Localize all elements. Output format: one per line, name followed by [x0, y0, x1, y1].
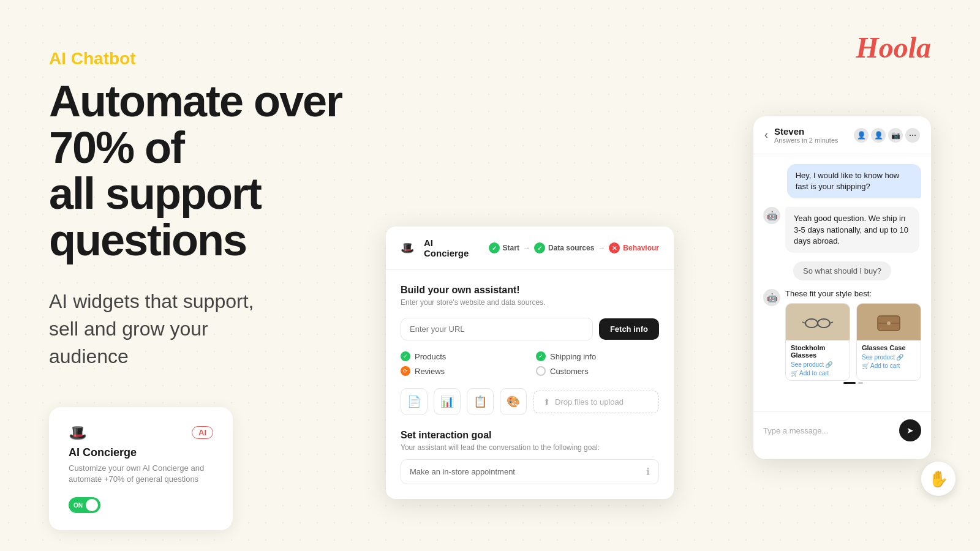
svg-point-9	[887, 321, 891, 325]
toggle-label: ON	[74, 502, 83, 509]
chat-header-info: Steven Answers in 2 minutes	[774, 126, 848, 144]
user-bubble-1: Hey, I would like to know how fast is yo…	[787, 164, 921, 198]
bot-avatar-2: 🤖	[763, 289, 780, 306]
interaction-subtitle: Your assistant will lead the conversatio…	[401, 443, 659, 452]
chat-status: Answers in 2 minutes	[774, 137, 848, 144]
step-start: ✓ Start	[489, 242, 519, 253]
product-info-1: Stockholm Glasses See product 🔗 🛒 Add to…	[786, 340, 850, 380]
check-shipping: ✓ Shipping info	[536, 351, 659, 361]
glasses-svg	[799, 304, 836, 340]
product-cart-1[interactable]: 🛒 Add to cart	[791, 370, 845, 377]
product-cart-2[interactable]: 🛒 Add to cart	[862, 362, 916, 369]
product-info-2: Glasses Case See product 🔗 🛒 Add to cart	[857, 340, 921, 373]
product-name-1: Stockholm Glasses	[791, 344, 845, 359]
goal-input-row[interactable]: Make an in-store appointment ℹ	[401, 459, 659, 484]
step-check-start: ✓	[489, 242, 500, 253]
ai-badge: AI	[192, 426, 213, 439]
products-intro: These fit your style best:	[785, 289, 921, 298]
left-content: AI Chatbot Automate over 70% of all supp…	[49, 49, 417, 530]
chat-icon-4[interactable]: ⋯	[905, 128, 920, 143]
widget-card: 🎩 AI AI Concierge Customize your own AI …	[49, 407, 233, 530]
product-link-1[interactable]: See product 🔗	[791, 361, 845, 368]
file-upload-row: 📄 📊 📋 🎨 ⬆ Drop files to upload	[401, 388, 659, 415]
indicator-inactive	[858, 382, 863, 384]
page-wrapper: Hoola AI Chatbot Automate over 70% of al…	[0, 0, 980, 551]
file-icon-4[interactable]: 🎨	[500, 388, 527, 415]
step-flow: ✓ Start → ✓ Data sources → ✕ Behaviour	[489, 242, 659, 253]
bot-bubble-row-2: 🤖 These fit your style best:	[763, 289, 921, 384]
case-svg	[870, 304, 907, 340]
back-button[interactable]: ‹	[764, 129, 768, 141]
toggle-wrap: ON	[69, 497, 213, 513]
goal-input-text: Make an in-store appointment	[410, 467, 646, 476]
check-icon-customers	[536, 366, 546, 376]
hat-icon: 🎩	[69, 424, 87, 441]
build-title: Build your own assistant!	[401, 285, 659, 296]
chat-icon-2[interactable]: 👤	[871, 128, 886, 143]
step-datasources: ✓ Data sources	[534, 242, 594, 253]
product-card-2: Glasses Case See product 🔗 🛒 Add to cart	[856, 303, 921, 381]
product-card-1: Stockholm Glasses See product 🔗 🛒 Add to…	[785, 303, 850, 381]
right-chat-mockup: ‹ Steven Answers in 2 minutes 👤 👤 📷 ⋯ He…	[753, 116, 931, 459]
chat-footer: Type a message... ➤	[753, 411, 931, 449]
url-input[interactable]	[401, 318, 593, 340]
hero-headline: Automate over 70% of all support questio…	[49, 78, 417, 263]
ai-chatbot-label: AI Chatbot	[49, 49, 417, 69]
toggle-thumb	[86, 499, 98, 511]
goal-input-icon: ℹ	[646, 466, 650, 478]
step-behaviour: ✕ Behaviour	[609, 242, 659, 253]
check-icon-products: ✓	[401, 351, 410, 361]
widget-title: AI Concierge	[69, 446, 213, 459]
indicator-active	[843, 382, 856, 384]
drop-area[interactable]: ⬆ Drop files to upload	[533, 391, 659, 413]
check-products: ✓ Products	[401, 351, 524, 361]
checkboxes-grid: ✓ Products ✓ Shipping info ⟳ Reviews Cus…	[401, 351, 659, 376]
chat-header-icons: 👤 👤 📷 ⋯	[854, 128, 920, 143]
product-img-2	[857, 304, 921, 340]
check-icon-shipping: ✓	[536, 351, 546, 361]
check-customers: Customers	[536, 366, 659, 376]
step-start-label: Start	[503, 244, 519, 252]
products-row: Stockholm Glasses See product 🔗 🛒 Add to…	[785, 303, 921, 381]
step-datasources-label: Data sources	[548, 244, 594, 252]
check-reviews: ⟳ Reviews	[401, 366, 524, 376]
check-icon-reviews: ⟳	[401, 366, 410, 376]
step-behaviour-label: Behaviour	[623, 244, 659, 252]
file-icon-3[interactable]: 📋	[467, 388, 494, 415]
build-subtitle: Enter your store's website and data sour…	[401, 298, 659, 307]
logo: Hoola	[856, 31, 931, 64]
mockup-header: 🎩 AI Concierge ✓ Start → ✓ Data sources …	[386, 227, 674, 270]
hand-wave-badge[interactable]: ✋	[921, 462, 956, 496]
bot-products-container: These fit your style best:	[785, 289, 921, 384]
mockup-title: AI Concierge	[424, 238, 479, 258]
hero-subtext: AI widgets that support, sell and grow y…	[49, 288, 417, 370]
chat-header: ‹ Steven Answers in 2 minutes 👤 👤 📷 ⋯	[753, 116, 931, 154]
chat-input[interactable]: Type a message...	[763, 426, 893, 435]
step-arrow-2: →	[598, 244, 605, 252]
widget-desc: Customize your own AI Concierge and auto…	[69, 463, 213, 485]
chat-icon-3[interactable]: 📷	[888, 128, 903, 143]
products-indicator	[785, 381, 921, 384]
send-button[interactable]: ➤	[899, 419, 921, 441]
file-icon-2[interactable]: 📊	[434, 388, 461, 415]
step-check-behaviour: ✕	[609, 242, 620, 253]
chat-icon-1[interactable]: 👤	[854, 128, 869, 143]
widget-card-header: 🎩 AI	[69, 424, 213, 441]
bot-bubble-row-1: 🤖 Yeah good question. We ship in 3-5 day…	[763, 207, 921, 253]
fetch-button[interactable]: Fetch info	[599, 318, 659, 340]
mockup-body: Build your own assistant! Enter your sto…	[386, 270, 674, 499]
chat-body: Hey, I would like to know how fast is yo…	[753, 154, 931, 411]
toggle-switch[interactable]: ON	[69, 497, 100, 513]
bot-avatar-1: 🤖	[763, 207, 780, 224]
center-bubble-1: So what should I buy?	[793, 261, 891, 280]
chat-name: Steven	[774, 126, 848, 137]
url-row: Fetch info	[401, 318, 659, 340]
product-img-1	[786, 304, 850, 340]
interaction-title: Set interaction goal	[401, 430, 659, 441]
step-check-datasources: ✓	[534, 242, 545, 253]
bot-bubble-1: Yeah good question. We ship in 3-5 days …	[785, 207, 919, 253]
center-mockup: 🎩 AI Concierge ✓ Start → ✓ Data sources …	[386, 227, 674, 499]
mockup-logo-icon: 🎩	[401, 241, 414, 255]
file-icon-1[interactable]: 📄	[401, 388, 428, 415]
product-link-2[interactable]: See product 🔗	[862, 354, 916, 361]
